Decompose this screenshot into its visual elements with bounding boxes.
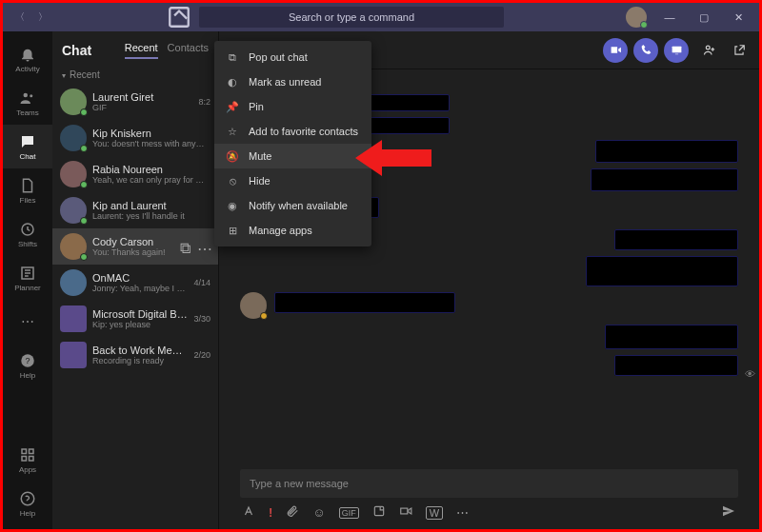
- notify-icon: ◉: [226, 199, 239, 212]
- gif-icon[interactable]: GIF: [339, 507, 359, 519]
- context-menu-item-notify[interactable]: ◉Notify when available: [214, 193, 371, 218]
- app-rail: Activity Teams Chat Files Shifts Planner…: [3, 31, 52, 529]
- search-input[interactable]: Search or type a command: [199, 7, 504, 28]
- message-bubble[interactable]: [614, 355, 738, 376]
- chat-avatar: [60, 197, 87, 224]
- rail-label: Planner: [14, 284, 41, 292]
- message-bubble[interactable]: [274, 292, 455, 313]
- context-menu-item-apps[interactable]: ⊞Manage apps: [214, 218, 371, 243]
- chat-list-item[interactable]: Laurent GiretGIF 8:2: [52, 84, 218, 120]
- rail-label: Teams: [16, 108, 39, 117]
- nav-back-button[interactable]: 〈: [10, 8, 30, 27]
- chat-list-item[interactable]: Cody CarsonYou: Thanks again! ⧉⋯: [52, 228, 218, 265]
- chat-avatar: [60, 269, 87, 296]
- rail-more[interactable]: ⋯: [3, 300, 52, 344]
- message-bubble[interactable]: [614, 229, 738, 250]
- titlebar: 〈 〉 Search or type a command — ▢ ✕: [3, 3, 759, 31]
- chat-list-item[interactable]: Kip KniskernYou: doesn't mess with anyth…: [52, 120, 218, 156]
- chat-preview: Jonny: Yeah, maybe I will come ba...: [92, 284, 188, 293]
- rail-label: Activity: [15, 65, 39, 73]
- sticker-icon[interactable]: [372, 504, 386, 521]
- context-menu-item-hide[interactable]: ⦸Hide: [214, 168, 371, 193]
- stream-icon[interactable]: W: [426, 506, 443, 520]
- close-button[interactable]: ✕: [721, 3, 755, 31]
- context-menu-item-pin[interactable]: 📌Pin: [214, 94, 371, 119]
- rail-label: Shifts: [18, 240, 37, 248]
- tab-recent[interactable]: Recent: [125, 42, 158, 59]
- emoji-icon[interactable]: ☺: [312, 505, 325, 520]
- rail-chat[interactable]: Chat: [3, 125, 52, 168]
- context-menu-item-popout[interactable]: ⧉Pop out chat: [214, 45, 371, 69]
- message-bubble[interactable]: [605, 325, 738, 349]
- user-avatar[interactable]: [626, 7, 647, 28]
- compose-input[interactable]: Type a new message: [240, 469, 738, 498]
- priority-icon[interactable]: !: [269, 505, 272, 520]
- new-chat-icon[interactable]: [167, 5, 191, 30]
- audio-call-button[interactable]: [633, 38, 658, 63]
- share-screen-button[interactable]: [664, 38, 689, 63]
- chat-avatar: [60, 342, 87, 368]
- mute-icon: 🔕: [226, 149, 239, 163]
- rail-shifts[interactable]: Shifts: [3, 212, 52, 256]
- maximize-button[interactable]: ▢: [687, 3, 721, 31]
- context-menu-label: Pin: [249, 101, 264, 112]
- popout-icon[interactable]: ⧉: [180, 240, 193, 253]
- format-icon[interactable]: [242, 504, 255, 521]
- svg-rect-8: [30, 449, 34, 454]
- chat-preview: Yeah, we can only pray for these s: [92, 175, 205, 185]
- message-bubble[interactable]: [591, 168, 738, 191]
- rail-label: Files: [20, 196, 36, 205]
- rail-activity[interactable]: Activity: [3, 37, 52, 81]
- popout-button[interactable]: [729, 40, 750, 61]
- attach-icon[interactable]: [286, 504, 299, 521]
- chat-preview: GIF: [92, 103, 192, 112]
- chat-list-item[interactable]: Kip and LaurentLaurent: yes I'll handle …: [52, 192, 218, 228]
- message-bubble[interactable]: [586, 256, 738, 286]
- rail-label: Chat: [20, 152, 36, 161]
- more-icon[interactable]: ⋯: [456, 505, 469, 520]
- chat-time: 3/30: [193, 314, 211, 324]
- chat-list-item[interactable]: Rabia NoureenYeah, we can only pray for …: [52, 156, 218, 192]
- chat-preview: You: Thanks again!: [92, 247, 174, 257]
- send-button[interactable]: [721, 503, 736, 522]
- context-menu-item-unread[interactable]: ◐Mark as unread: [214, 69, 371, 94]
- chat-avatar: [60, 89, 87, 115]
- svg-point-11: [21, 492, 34, 505]
- chat-avatar: [60, 161, 87, 187]
- more-options-icon[interactable]: ⋯: [197, 240, 211, 253]
- context-menu-item-mute[interactable]: 🔕Mute: [214, 144, 371, 168]
- rail-label: Help: [20, 509, 35, 518]
- star-icon: ☆: [226, 125, 239, 138]
- rail-apps[interactable]: Apps: [3, 438, 52, 482]
- chat-list-item[interactable]: Back to Work MeetingRecording is ready 2…: [52, 337, 218, 373]
- minimize-button[interactable]: —: [652, 3, 687, 31]
- chat-list-item[interactable]: Microsoft Digital BriefingKip: yes pleas…: [52, 301, 218, 337]
- hide-icon: ⦸: [226, 174, 239, 187]
- video-call-button[interactable]: [603, 38, 628, 63]
- popout-icon: ⧉: [226, 50, 239, 64]
- people-add-button[interactable]: [698, 40, 719, 61]
- rail-help[interactable]: ?Help: [3, 344, 52, 387]
- unread-icon: ◐: [226, 75, 239, 89]
- chat-name: OnMAC: [92, 272, 188, 284]
- tab-contacts[interactable]: Contacts: [168, 42, 209, 59]
- context-menu-label: Hide: [249, 175, 271, 187]
- chat-list-title: Chat: [62, 43, 125, 58]
- chat-avatar: [60, 305, 87, 332]
- rail-files[interactable]: Files: [3, 168, 52, 212]
- rail-label: Apps: [19, 465, 36, 474]
- meet-icon[interactable]: [399, 504, 412, 521]
- chat-list-item[interactable]: OnMACJonny: Yeah, maybe I will come ba..…: [52, 265, 218, 301]
- svg-marker-16: [355, 140, 431, 176]
- rail-help2[interactable]: Help: [3, 482, 52, 525]
- rail-teams[interactable]: Teams: [3, 81, 52, 125]
- chat-name: Microsoft Digital Briefing: [92, 308, 188, 320]
- section-recent[interactable]: Recent: [52, 62, 218, 84]
- context-menu-item-star[interactable]: ☆Add to favorite contacts: [214, 119, 371, 144]
- svg-point-1: [24, 92, 29, 97]
- nav-forward-button[interactable]: 〉: [33, 8, 52, 27]
- message-bubble[interactable]: [595, 140, 738, 163]
- rail-planner[interactable]: Planner: [3, 256, 52, 300]
- context-menu: ⧉Pop out chat◐Mark as unread📌Pin☆Add to …: [214, 41, 371, 246]
- chat-preview: Recording is ready: [92, 356, 188, 365]
